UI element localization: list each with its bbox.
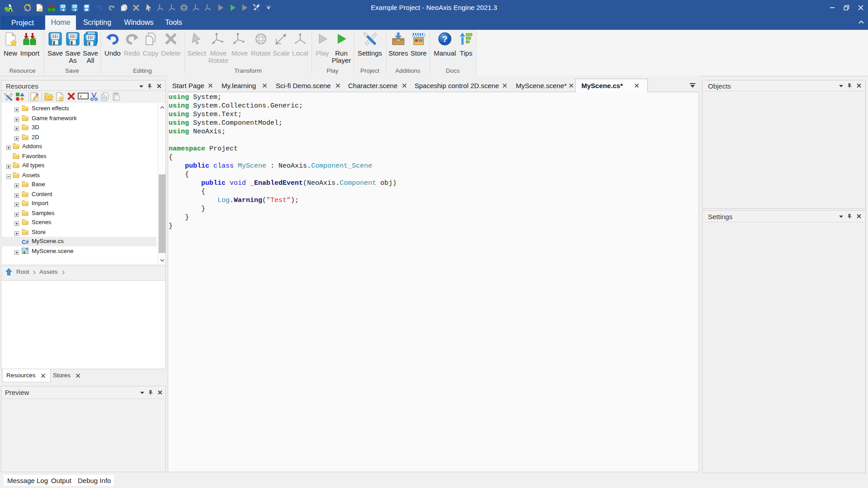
svg-text:x: x: [80, 94, 82, 99]
svg-text:?: ?: [442, 34, 448, 44]
svg-text:C#: C#: [22, 239, 29, 245]
